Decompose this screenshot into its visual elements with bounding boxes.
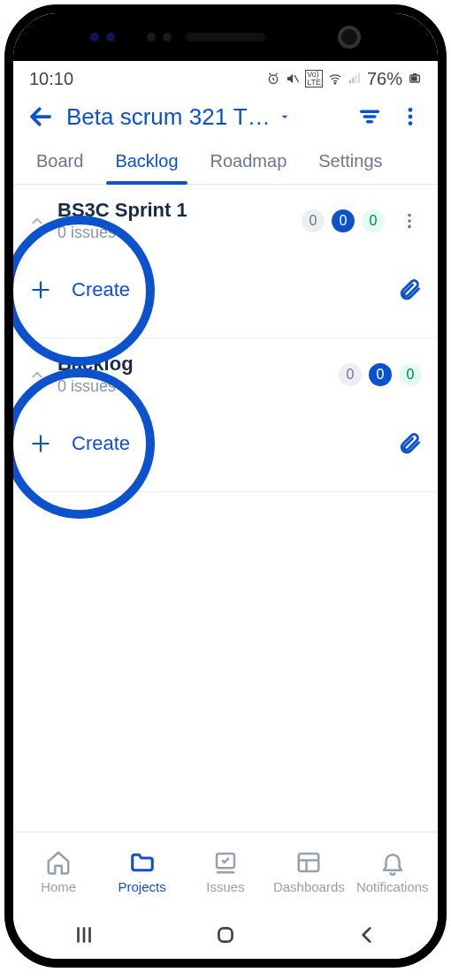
status-time: 10:10 — [29, 69, 73, 89]
android-nav-bar — [13, 911, 438, 959]
sprint-overflow-button[interactable] — [397, 209, 422, 233]
in-progress-count-badge: 0 — [332, 209, 355, 232]
nav-issues[interactable]: Issues — [186, 849, 265, 894]
nav-home[interactable]: Home — [19, 849, 98, 894]
tab-settings[interactable]: Settings — [302, 139, 398, 184]
backlog-issue-count: 0 issues — [57, 377, 326, 396]
in-progress-count-badge: 0 — [369, 363, 392, 386]
android-back-button[interactable] — [354, 922, 380, 948]
status-bar: 10:10 Vo)LTE 76% — [13, 61, 438, 96]
svg-line-1 — [294, 75, 299, 82]
svg-rect-6 — [358, 72, 360, 83]
home-button[interactable] — [212, 922, 239, 948]
signal-icon — [348, 72, 362, 86]
tab-board[interactable]: Board — [20, 139, 99, 184]
sprint-title: BS3C Sprint 1 — [57, 199, 289, 222]
backlog-title: Backlog — [57, 353, 326, 376]
plus-icon — [29, 278, 52, 301]
backlog-section: Backlog 0 issues 0 0 0 Create — [13, 338, 438, 492]
svg-rect-26 — [299, 854, 319, 871]
bottom-nav: Home Projects Issues Dashboards Notifica… — [13, 832, 438, 911]
sprint-create-row: Create — [13, 242, 438, 338]
alarm-icon — [266, 72, 280, 86]
issues-icon — [212, 849, 239, 876]
backlog-content[interactable]: BS3C Sprint 1 0 issues 0 0 0 Create — [13, 185, 438, 832]
tab-roadmap[interactable]: Roadmap — [195, 139, 303, 184]
sprint-section: BS3C Sprint 1 0 issues 0 0 0 Create — [13, 185, 438, 338]
volte-icon: Vo)LTE — [305, 70, 323, 87]
todo-count-badge: 0 — [339, 363, 362, 386]
sprint-issue-count: 0 issues — [57, 224, 289, 242]
app-header: Beta scrum 321 T… — [13, 96, 438, 139]
view-tabs: Board Backlog Roadmap Settings — [13, 139, 438, 185]
chevron-up-icon — [29, 213, 45, 229]
screen: 10:10 Vo)LTE 76% Beta scrum 321 T… — [13, 61, 438, 911]
home-icon — [45, 849, 72, 876]
done-count-badge: 0 — [399, 363, 422, 386]
backlog-create-row: Create — [13, 396, 438, 491]
todo-count-badge: 0 — [302, 209, 325, 232]
dropdown-caret-icon — [278, 110, 292, 124]
folder-icon — [129, 849, 156, 876]
svg-point-16 — [409, 121, 413, 125]
wifi-icon — [328, 72, 342, 86]
sprint-status-badges: 0 0 0 — [302, 209, 385, 232]
svg-point-2 — [334, 83, 335, 84]
svg-point-19 — [408, 224, 411, 228]
svg-rect-4 — [352, 78, 354, 84]
filter-button[interactable] — [355, 102, 385, 132]
recents-button[interactable] — [71, 922, 97, 948]
nav-projects[interactable]: Projects — [103, 849, 182, 894]
svg-point-15 — [409, 115, 413, 119]
status-right: Vo)LTE 76% — [266, 69, 422, 89]
done-count-badge: 0 — [362, 209, 385, 232]
phone-frame: 10:10 Vo)LTE 76% Beta scrum 321 T… — [4, 4, 447, 968]
svg-rect-3 — [349, 80, 351, 83]
svg-rect-32 — [218, 928, 232, 941]
battery-percent: 76% — [367, 69, 402, 89]
svg-rect-8 — [411, 76, 417, 80]
tab-backlog[interactable]: Backlog — [99, 139, 194, 184]
battery-icon — [408, 72, 422, 86]
overflow-menu-button[interactable] — [395, 102, 425, 132]
backlog-header[interactable]: Backlog 0 issues 0 0 0 — [13, 338, 438, 396]
sprint-header[interactable]: BS3C Sprint 1 0 issues 0 0 0 — [13, 185, 438, 242]
nav-notifications[interactable]: Notifications — [353, 849, 432, 894]
chevron-up-icon — [29, 367, 45, 383]
project-title: Beta scrum 321 T… — [66, 103, 271, 131]
mute-icon — [286, 72, 300, 86]
nav-dashboards[interactable]: Dashboards — [269, 849, 348, 894]
svg-rect-9 — [413, 73, 417, 75]
phone-top-bezel — [13, 13, 438, 61]
project-selector[interactable]: Beta scrum 321 T… — [66, 103, 344, 131]
attach-icon[interactable] — [397, 277, 422, 302]
back-button[interactable] — [26, 102, 56, 132]
attach-icon[interactable] — [397, 431, 422, 456]
svg-rect-5 — [355, 75, 357, 83]
create-issue-button[interactable]: Create — [72, 278, 130, 301]
svg-point-14 — [409, 108, 413, 112]
bell-icon — [379, 849, 406, 876]
svg-point-18 — [408, 219, 411, 223]
svg-point-17 — [408, 213, 411, 217]
backlog-status-badges: 0 0 0 — [339, 363, 422, 386]
plus-icon — [29, 432, 52, 455]
dashboard-icon — [295, 849, 322, 876]
create-issue-button[interactable]: Create — [72, 432, 130, 455]
